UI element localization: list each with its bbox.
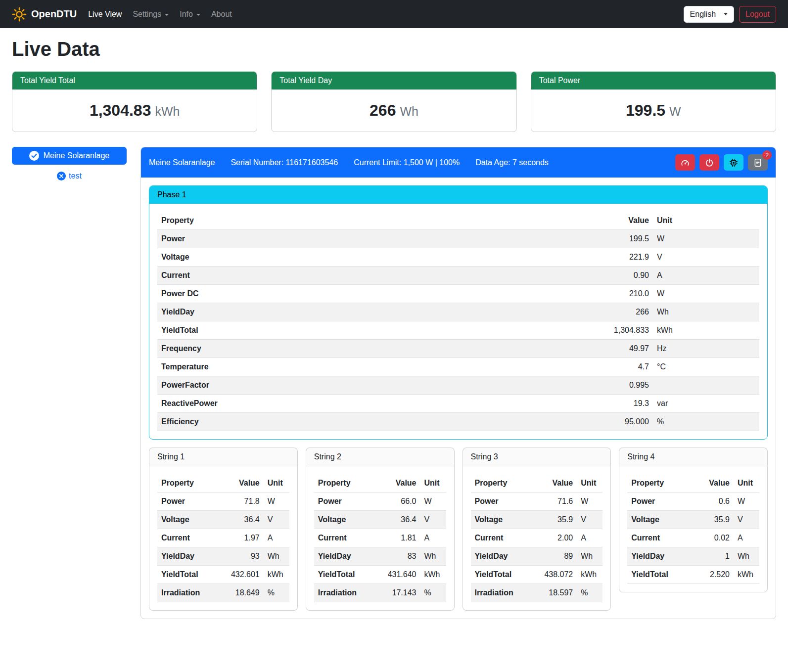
- sun-logo-icon: [12, 7, 27, 22]
- phase-card-body: Property Value Unit Power199.5WVoltage22…: [149, 204, 767, 439]
- value-cell: 1: [694, 547, 734, 566]
- value-cell: 0.02: [694, 529, 734, 547]
- property-cell: Power: [157, 230, 594, 248]
- value-cell: 2.520: [694, 566, 734, 584]
- table-header-row: Property Value Unit: [627, 474, 759, 493]
- property-cell: Current: [627, 529, 694, 547]
- phase-table-body: Power199.5WVoltage221.9VCurrent0.90APowe…: [157, 230, 759, 431]
- nav-about[interactable]: About: [206, 6, 237, 23]
- inverter-select-button[interactable]: Meine Solaranlage: [12, 147, 127, 165]
- unit-header: Unit: [577, 474, 603, 493]
- table-row: Frequency49.97Hz: [157, 340, 759, 358]
- total-power-value: 199.5: [626, 101, 665, 119]
- unit-cell: kWh: [734, 566, 759, 584]
- string-card-header: String 4: [619, 448, 767, 466]
- value-header: Value: [537, 474, 577, 493]
- event-log-button[interactable]: 2: [748, 154, 768, 171]
- value-header: Value: [224, 474, 264, 493]
- table-row: Power66.0W: [314, 493, 446, 511]
- property-cell: Power DC: [157, 285, 594, 303]
- value-cell: 2.00: [537, 529, 577, 547]
- table-row: PowerFactor0.995: [157, 376, 759, 395]
- unit-header: Unit: [653, 212, 759, 230]
- table-row: Voltage36.4V: [157, 511, 289, 529]
- unit-cell: V: [577, 511, 603, 529]
- inverter-data-age: Data Age: 7 seconds: [475, 158, 549, 167]
- unit-header: Unit: [734, 474, 759, 493]
- property-cell: Frequency: [157, 340, 594, 358]
- nav-live-view[interactable]: Live View: [83, 6, 127, 23]
- inverter-action-buttons: 2: [675, 154, 768, 171]
- property-header: Property: [157, 474, 224, 493]
- inverter-limit: Current Limit: 1,500 W | 100%: [354, 158, 460, 167]
- unit-cell: Wh: [420, 547, 446, 566]
- value-cell: 93: [224, 547, 264, 566]
- string-4-table: Property Value Unit Power0.6WVoltage35.9…: [627, 474, 759, 584]
- value-cell: 18.597: [537, 584, 577, 602]
- nav-right: English Logout: [684, 6, 776, 23]
- value-cell: 221.9: [594, 248, 653, 267]
- property-cell: Power: [157, 493, 224, 511]
- unit-cell: V: [653, 248, 759, 267]
- event-count-badge: 2: [762, 150, 772, 160]
- power-toggle-button[interactable]: [699, 154, 719, 171]
- summary-cards-row: Total Yield Total 1,304.83kWh Total Yiel…: [12, 71, 776, 132]
- string-3-table: Property Value Unit Power71.6WVoltage35.…: [471, 474, 603, 602]
- table-row: Irradiation18.649%: [157, 584, 289, 602]
- table-row: Temperature4.7°C: [157, 358, 759, 376]
- unit-cell: Wh: [264, 547, 289, 566]
- string-2-table-body: Power66.0WVoltage36.4VCurrent1.81AYieldD…: [314, 493, 446, 602]
- inverter-main-col: Meine Solaranlage Serial Number: 1161716…: [140, 147, 776, 619]
- unit-cell: kWh: [420, 566, 446, 584]
- power-icon: [705, 158, 714, 167]
- table-row: YieldTotal438.072kWh: [471, 566, 603, 584]
- phase-card-header: Phase 1: [149, 186, 767, 204]
- nav-settings[interactable]: Settings: [127, 6, 174, 23]
- logout-button[interactable]: Logout: [739, 6, 776, 23]
- property-cell: PowerFactor: [157, 376, 594, 395]
- nav-about-label: About: [211, 10, 232, 19]
- property-cell: Irradiation: [314, 584, 381, 602]
- unit-cell: A: [577, 529, 603, 547]
- unit-cell: %: [653, 413, 759, 431]
- inverter-test-item[interactable]: test: [12, 172, 127, 180]
- unit-cell: %: [264, 584, 289, 602]
- table-row: Irradiation17.143%: [314, 584, 446, 602]
- table-row: Power71.8W: [157, 493, 289, 511]
- table-row: YieldDay93Wh: [157, 547, 289, 566]
- limit-settings-button[interactable]: [675, 154, 695, 171]
- string-card-header: String 1: [149, 448, 297, 466]
- brand[interactable]: OpenDTU: [12, 7, 77, 22]
- property-header: Property: [471, 474, 538, 493]
- string-4-card: String 4 Property Value Unit: [619, 448, 768, 592]
- table-row: ReactivePower19.3var: [157, 395, 759, 413]
- property-cell: Efficiency: [157, 413, 594, 431]
- nav-info[interactable]: Info: [174, 6, 206, 23]
- value-cell: 438.072: [537, 566, 577, 584]
- device-info-button[interactable]: [724, 154, 743, 171]
- total-power-card: Total Power 199.5W: [531, 71, 776, 132]
- table-row: Power0.6W: [627, 493, 759, 511]
- string-1-table-body: Power71.8WVoltage36.4VCurrent1.97AYieldD…: [157, 493, 289, 602]
- unit-cell: kWh: [264, 566, 289, 584]
- unit-cell: %: [577, 584, 603, 602]
- value-cell: 36.4: [224, 511, 264, 529]
- inverter-panel: Meine Solaranlage Serial Number: 1161716…: [140, 147, 776, 619]
- value-cell: 95.000: [594, 413, 653, 431]
- string-3-card: String 3 Property Value Unit: [463, 448, 611, 611]
- unit-cell: Wh: [653, 303, 759, 321]
- language-select[interactable]: English: [684, 6, 734, 23]
- total-yield-total-card: Total Yield Total 1,304.83kWh: [12, 71, 257, 132]
- property-cell: Voltage: [157, 511, 224, 529]
- string-card-body: Property Value Unit Power0.6WVoltage35.9…: [619, 466, 767, 592]
- unit-header: Unit: [264, 474, 289, 493]
- string-card-body: Property Value Unit Power71.6WVoltage35.…: [463, 466, 611, 610]
- unit-cell: W: [734, 493, 759, 511]
- phase-card: Phase 1 Property Value Unit: [149, 185, 768, 440]
- string-card-body: Property Value Unit Power66.0WVoltage36.…: [306, 466, 454, 610]
- inverter-panel-header: Meine Solaranlage Serial Number: 1161716…: [141, 147, 776, 178]
- value-cell: 0.995: [594, 376, 653, 395]
- unit-cell: A: [420, 529, 446, 547]
- property-header: Property: [157, 212, 594, 230]
- string-3-table-body: Power71.6WVoltage35.9VCurrent2.00AYieldD…: [471, 493, 603, 602]
